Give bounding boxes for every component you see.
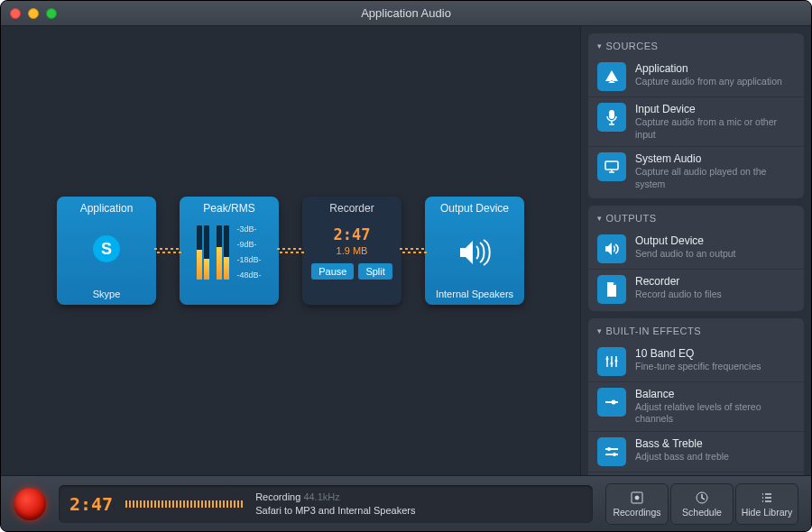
status-panel: 2:47 Recording 44.1kHz Safari to MP3 and… bbox=[59, 485, 593, 523]
block-title: Application bbox=[80, 202, 134, 215]
eq-icon bbox=[597, 347, 626, 376]
block-application[interactable]: Application S Skype bbox=[57, 197, 156, 305]
recorder-time: 2:47 bbox=[334, 225, 371, 243]
panel-sources: SOURCES ApplicationCapture audio from an… bbox=[588, 33, 804, 198]
block-output-device[interactable]: Output Device Internal Speakers bbox=[425, 197, 524, 305]
effect-balance[interactable]: BalanceAdjust relative levels of stereo … bbox=[588, 381, 804, 431]
panel-heading[interactable]: OUTPUTS bbox=[588, 211, 804, 229]
connector bbox=[400, 248, 427, 253]
source-input-device[interactable]: Input DeviceCapture audio from a mic or … bbox=[588, 96, 804, 146]
svg-point-4 bbox=[615, 359, 618, 362]
source-system-audio[interactable]: System AudioCapture all audio played on … bbox=[588, 146, 804, 196]
panel-effects: BUILT-IN EFFECTS 10 Band EQFine-tune spe… bbox=[588, 318, 804, 475]
connector bbox=[277, 248, 304, 253]
panel-heading[interactable]: SOURCES bbox=[588, 39, 804, 57]
source-application[interactable]: ApplicationCapture audio from any applic… bbox=[588, 57, 804, 96]
speaker-icon bbox=[597, 234, 626, 263]
connector bbox=[154, 248, 181, 253]
hide-library-button[interactable]: Hide Library bbox=[735, 483, 798, 525]
file-icon bbox=[597, 275, 626, 304]
recorder-size: 1.9 MB bbox=[337, 245, 368, 256]
svg-point-5 bbox=[612, 399, 616, 404]
sample-rate: 44.1kHz bbox=[303, 491, 339, 502]
microphone-icon bbox=[597, 103, 626, 132]
sliders-icon bbox=[597, 437, 626, 466]
panel-heading[interactable]: BUILT-IN EFFECTS bbox=[588, 324, 804, 342]
svg-point-7 bbox=[613, 453, 616, 456]
app-icon bbox=[597, 62, 626, 91]
route-label: Safari to MP3 and Internal Speakers bbox=[255, 504, 415, 518]
waveform-icon bbox=[125, 495, 243, 513]
schedule-button[interactable]: Schedule bbox=[670, 483, 734, 525]
output-recorder[interactable]: RecorderRecord audio to files bbox=[588, 269, 804, 309]
block-title: Output Device bbox=[440, 202, 509, 215]
recordings-icon bbox=[629, 491, 645, 505]
level-meters bbox=[197, 225, 229, 280]
balance-icon bbox=[597, 388, 626, 417]
svg-point-3 bbox=[611, 362, 614, 364]
sidebar-library: SOURCES ApplicationCapture audio from an… bbox=[580, 26, 811, 475]
clock-icon bbox=[694, 491, 710, 505]
split-button[interactable]: Split bbox=[358, 263, 392, 280]
svg-point-12 bbox=[635, 496, 639, 500]
block-label: Skype bbox=[93, 289, 121, 299]
window-title: Application Audio bbox=[1, 6, 811, 20]
app-window: Application Audio Application S Skype Pe… bbox=[0, 0, 812, 532]
block-recorder[interactable]: Recorder 2:47 1.9 MB Pause Split bbox=[302, 197, 401, 305]
status-label: Recording bbox=[255, 491, 300, 502]
status-time: 2:47 bbox=[69, 493, 113, 515]
audio-chain: Application S Skype Peak/RMS bbox=[57, 197, 524, 305]
record-button[interactable] bbox=[14, 488, 46, 520]
svg-point-6 bbox=[607, 447, 611, 451]
svg-point-2 bbox=[606, 357, 609, 360]
block-label: Internal Speakers bbox=[436, 289, 513, 299]
svg-rect-0 bbox=[609, 110, 614, 119]
effect-bass-treble[interactable]: Bass & TrebleAdjust bass and treble bbox=[588, 431, 804, 472]
block-peak-rms[interactable]: Peak/RMS -3dB- -9dB- -18dB- bbox=[180, 197, 279, 305]
monitor-icon bbox=[597, 152, 626, 181]
list-icon bbox=[759, 491, 775, 505]
speaker-icon bbox=[457, 237, 493, 268]
block-title: Peak/RMS bbox=[203, 202, 254, 215]
recordings-button[interactable]: Recordings bbox=[605, 483, 669, 525]
output-output-device[interactable]: Output DeviceSend audio to an output bbox=[588, 229, 804, 269]
svg-rect-1 bbox=[605, 161, 618, 170]
pause-button[interactable]: Pause bbox=[311, 263, 354, 280]
titlebar: Application Audio bbox=[1, 1, 811, 26]
effect-10-band-eq[interactable]: 10 Band EQFine-tune specific frequencies bbox=[588, 342, 804, 381]
block-title: Recorder bbox=[329, 202, 374, 215]
footer-bar: 2:47 Recording 44.1kHz Safari to MP3 and… bbox=[1, 475, 811, 531]
panel-outputs: OUTPUTS Output DeviceSend audio to an ou… bbox=[588, 206, 804, 311]
skype-icon: S bbox=[93, 235, 120, 262]
db-ticks: -3dB- -9dB- -18dB- -48dB- bbox=[236, 225, 261, 280]
canvas[interactable]: Application S Skype Peak/RMS bbox=[1, 26, 580, 475]
